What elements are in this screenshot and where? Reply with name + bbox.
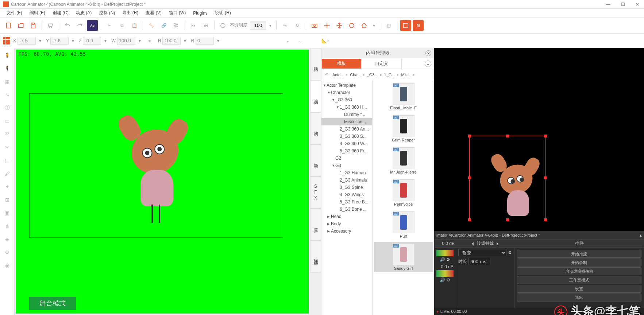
redo-button[interactable] [74,20,85,31]
start-record-button[interactable]: 开始录制 [517,258,641,267]
actor-tool-button[interactable]: 🧍 [2,50,12,61]
vtab-actor[interactable]: 演员 [310,80,321,112]
menu-create[interactable]: 创建 (C) [49,10,72,16]
maximize-button[interactable]: ☐ [619,2,626,7]
opacity-input[interactable] [250,22,266,30]
menu-edit[interactable]: 编辑 (E) [26,10,49,16]
timeline-tool-button[interactable]: ▭ [2,116,12,126]
tree-item[interactable]: G2 [321,155,372,162]
curve-down-button[interactable]: ⌣ [282,35,293,46]
save-button[interactable] [28,20,39,31]
next-frame-button[interactable]: ⏭ [200,20,211,31]
thumbnail-item[interactable]: G3Pennydice [374,178,433,208]
thumbnail-item[interactable]: G3Elasti...Male_F [374,82,433,112]
speaker-icon-2[interactable]: 🔊 ⚙ [436,277,454,283]
m-button[interactable]: M [413,20,424,31]
prev-frame-button[interactable]: ⏮ [188,20,199,31]
panel-menu-button[interactable]: ⌄ [425,61,431,67]
obs-title-up-icon[interactable]: ▴ [640,233,642,238]
tree-item[interactable]: Dummy f... [321,111,372,118]
text-tool-button[interactable]: Ⓣ [2,103,12,113]
dropper-button[interactable] [217,20,228,31]
studio-mode-button[interactable]: 工作室模式 [517,276,641,284]
w-input[interactable] [117,37,135,45]
prop-tool-button[interactable]: ▢ [2,155,12,166]
tree-item[interactable]: ▼G3 [321,162,372,169]
breadcrumb-item[interactable]: 1_G... [383,72,397,78]
breadcrumb-back-button[interactable]: ↶ [323,72,330,77]
y-step-icon[interactable]: ▾ [70,38,76,43]
thumbnail-item[interactable]: G3Puff [374,210,433,240]
duration-input[interactable] [468,258,490,265]
z-step-icon[interactable]: ▾ [103,38,108,43]
exit-button[interactable]: 退出 [517,293,641,302]
character-sandy-girl[interactable] [124,119,190,221]
misc-tool-button[interactable]: ◉ [2,260,12,271]
new-project-button[interactable] [3,20,14,31]
h-step-icon[interactable]: ▾ [182,38,188,43]
tree-item[interactable]: ▶Accessory [321,228,372,235]
breadcrumb-item[interactable]: _G3... [366,72,379,78]
tree-item[interactable]: ▶Head [321,213,372,220]
tree-item[interactable]: 4_G3 360 W... [321,140,372,147]
orbit-button[interactable] [346,20,357,31]
minimize-button[interactable]: — [605,2,612,7]
vtab-sfx[interactable]: SFX [310,176,321,209]
rotate-button[interactable]: ↻ [292,20,303,31]
tree-item[interactable]: 2_G3 Animals [321,176,372,184]
speaker-icon-1[interactable]: 🔊 ⚙ [436,257,454,262]
menu-view[interactable]: 查看 (V) [142,10,165,16]
physics-tool-button[interactable]: ⚙ [2,247,12,257]
layer-tool-button[interactable]: ▦ [2,77,12,87]
camera-button[interactable] [309,20,320,31]
w-step-icon[interactable]: ▾ [137,38,143,43]
vtab-spring[interactable]: 弹性动作 [310,241,321,273]
tree-item[interactable]: 4_G3 Wings [321,191,372,198]
cart-button[interactable] [45,20,56,31]
thumbnail-item[interactable]: G3Mr Jean-Pierre [374,146,433,176]
opacity-dropdown-icon[interactable]: ▾ [267,23,273,28]
r-step-icon[interactable]: ▾ [215,38,221,43]
menu-window[interactable]: 窗口 (W) [165,10,190,16]
preview-canvas[interactable] [434,48,644,231]
bone-button[interactable]: 🦴 [146,20,157,31]
home-dropdown-icon[interactable]: ▾ [371,23,377,28]
thumbnail-grid[interactable]: G3Elasti...Male_FG3Grim ReaperG3Mr Jean-… [373,80,434,315]
tree-item[interactable]: ▼_G3 360 [321,96,372,104]
vtab-animation[interactable]: 动态 [310,112,321,144]
stage-viewport[interactable]: FPS: 60.70, AVG: 43.55 舞台模式 [16,50,309,314]
tree-item[interactable]: 6_G3 Bone ... [321,206,372,213]
cut-button[interactable]: ✂ [104,20,115,31]
home-button[interactable] [359,20,370,31]
menu-export[interactable]: 导出 (R) [119,10,142,16]
unlink-button[interactable]: ⛓ [171,20,182,31]
tree-item[interactable]: 3_G3 360 S... [321,133,372,140]
menu-control[interactable]: 控制 (N) [95,10,119,16]
z-input[interactable] [83,37,101,45]
y-input[interactable] [50,37,69,45]
tab-custom[interactable]: 自定义 [362,59,402,69]
mesh-tool-button[interactable]: ◈ [2,234,12,244]
paste-button[interactable]: 📋 [129,20,140,31]
curve-up-button[interactable]: ⌢ [295,35,306,46]
tree-item[interactable]: Miscellan... [321,118,372,125]
stage-mode-button[interactable]: 舞台模式 [29,297,76,310]
h-input[interactable] [162,37,181,45]
undo-button[interactable] [62,20,73,31]
tree-item[interactable]: 2_G3 360 An... [321,125,372,133]
tree-item[interactable]: ▶Body [321,220,372,228]
folder-tree[interactable]: ▼Actor Template▼Character▼_G3 360▼1_G3 3… [321,80,373,315]
tree-item[interactable]: 3_G3 Spine [321,184,372,191]
effect-tool-button[interactable]: ✦ [2,182,12,192]
thumbnail-item[interactable]: G3Grim Reaper [374,114,433,144]
r-input[interactable] [196,37,214,45]
vtab-prop[interactable]: 道具 [310,209,321,241]
tree-item[interactable]: ▼1_G3 360 H... [321,104,372,111]
copy-button[interactable]: ⧉ [116,20,127,31]
bone-tool-button[interactable]: ⋔ [2,221,12,231]
3d-tool-button[interactable]: ³ᴰ [2,129,12,139]
audio-tool-button[interactable]: ∿ [2,90,12,100]
breadcrumb-item[interactable]: Cha... [348,72,362,78]
motion-tool-button[interactable]: ✂ [2,142,12,152]
rig-tool-button[interactable]: ⊞ [2,195,12,205]
